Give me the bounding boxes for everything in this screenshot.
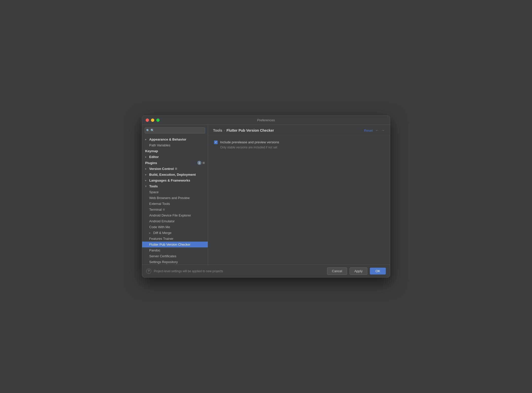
- sidebar-item-label: Android Device File Explorer: [149, 213, 191, 217]
- header-actions: Reset ← →: [364, 128, 385, 132]
- settings-icon: ⊞: [175, 167, 177, 170]
- breadcrumb-current: Flutter Pub Version Checker: [226, 128, 274, 132]
- sidebar-item-label: Plugins: [145, 161, 157, 165]
- sidebar-item-android-device[interactable]: Android Device File Explorer: [142, 212, 208, 218]
- content-header: Tools › Flutter Pub Version Checker Rese…: [208, 125, 390, 135]
- sidebar-item-web-browsers[interactable]: Web Browsers and Preview: [142, 195, 208, 201]
- cancel-button[interactable]: Cancel: [327, 267, 347, 275]
- chevron-icon: ▸: [145, 179, 148, 182]
- sidebar-item-label: Editor: [149, 155, 159, 159]
- sidebar-item-label: Code With Me: [149, 225, 170, 229]
- sidebar-item-plugins[interactable]: Plugins 1 ⊞: [142, 160, 208, 166]
- sidebar-item-external-tools[interactable]: External Tools: [142, 201, 208, 207]
- chevron-icon: ▸: [145, 155, 148, 158]
- sidebar-item-path-variables[interactable]: Path Variables: [142, 142, 208, 148]
- setting-label: Include prerelease and preview versions: [220, 140, 279, 144]
- title-bar: Preferences: [142, 116, 390, 125]
- sidebar-item-tools[interactable]: ▾ Tools: [142, 183, 208, 189]
- setting-hint: Only stable versions are included if not…: [214, 146, 384, 149]
- chevron-down-icon: ▾: [145, 185, 148, 188]
- sidebar-item-label: Server Certificates: [149, 254, 176, 258]
- sidebar-item-diff-merge[interactable]: ▸ Diff & Merge: [142, 230, 208, 236]
- sidebar-item-label: Languages & Frameworks: [149, 179, 190, 182]
- sidebar-item-space[interactable]: Space: [142, 189, 208, 195]
- close-button[interactable]: [146, 119, 149, 122]
- sidebar-item-label: Build, Execution, Deployment: [149, 173, 196, 176]
- sidebar-item-code-with-me[interactable]: Code With Me: [142, 224, 208, 230]
- sidebar-item-label: Keymap: [145, 149, 158, 153]
- settings-icon: ⊞: [202, 161, 205, 165]
- bottom-bar: ? Project-level settings will be applied…: [142, 265, 390, 277]
- sidebar-item-label: External Tools: [149, 202, 170, 206]
- include-prerelease-checkbox[interactable]: [214, 141, 218, 144]
- sidebar-item-flutter-pub[interactable]: Flutter Pub Version Checker: [142, 242, 208, 247]
- sidebar-item-server-certificates[interactable]: Server Certificates: [142, 253, 208, 259]
- preferences-window: Preferences 🔍 ▸ Appearance & Behavior Pa…: [142, 115, 390, 278]
- window-title: Preferences: [257, 118, 275, 122]
- sidebar-item-label: Tools: [149, 184, 158, 188]
- sidebar-item-android-emulator[interactable]: Android Emulator: [142, 218, 208, 224]
- window-controls: [146, 119, 160, 122]
- chevron-icon: ▸: [149, 231, 152, 234]
- reset-button[interactable]: Reset: [364, 129, 373, 132]
- sidebar-item-build[interactable]: ▸ Build, Execution, Deployment: [142, 172, 208, 178]
- sidebar-item-label: Android Emulator: [149, 219, 175, 223]
- nav-back-button[interactable]: ←: [375, 128, 379, 132]
- search-box: 🔍: [142, 125, 208, 135]
- sidebar-item-settings-repository[interactable]: Settings Repository: [142, 259, 208, 265]
- sidebar-item-label: Features Trainer: [149, 237, 173, 241]
- sidebar-item-label: Flutter Pub Version Checker: [149, 243, 191, 246]
- chevron-icon: ▸: [145, 167, 148, 170]
- sidebar-item-label: Terminal: [149, 208, 162, 211]
- sidebar-item-appearance[interactable]: ▸ Appearance & Behavior: [142, 136, 208, 142]
- status-text: Project-level settings will be applied t…: [154, 269, 325, 273]
- settings-icon: ⊞: [163, 208, 165, 211]
- sidebar-item-version-control[interactable]: ▸ Version Control ⊞: [142, 166, 208, 172]
- apply-button[interactable]: Apply: [350, 267, 368, 275]
- plugins-badge: 1: [197, 161, 201, 165]
- nav-forward-button[interactable]: →: [381, 128, 385, 132]
- sidebar-item-label: Path Variables: [149, 143, 170, 147]
- sidebar-item-languages[interactable]: ▸ Languages & Frameworks: [142, 178, 208, 183]
- search-wrapper: 🔍: [145, 127, 205, 133]
- sidebar-item-label: Appearance & Behavior: [149, 137, 186, 141]
- sidebar-item-label: Version Control: [149, 167, 174, 171]
- sidebar-item-label: Web Browsers and Preview: [149, 196, 189, 200]
- breadcrumb-parent[interactable]: Tools: [213, 128, 222, 132]
- sidebar-item-editor[interactable]: ▸ Editor: [142, 154, 208, 160]
- sidebar-item-label: Pandoc: [149, 248, 160, 252]
- search-icon: 🔍: [146, 129, 150, 132]
- sidebar-item-keymap[interactable]: Keymap: [142, 148, 208, 154]
- sidebar-item-terminal[interactable]: Terminal ⊞: [142, 207, 208, 212]
- sidebar-item-label: Settings Repository: [149, 260, 178, 264]
- breadcrumb: Tools › Flutter Pub Version Checker: [213, 128, 364, 132]
- main-layout: 🔍 ▸ Appearance & Behavior Path Variables…: [142, 125, 390, 265]
- minimize-button[interactable]: [151, 119, 154, 122]
- chevron-icon: ▸: [145, 138, 148, 141]
- sidebar-item-features-trainer[interactable]: Features Trainer: [142, 236, 208, 242]
- sidebar-nav: ▸ Appearance & Behavior Path Variables K…: [142, 135, 208, 265]
- maximize-button[interactable]: [156, 119, 160, 122]
- sidebar-item-pandoc[interactable]: Pandoc: [142, 247, 208, 253]
- sidebar: 🔍 ▸ Appearance & Behavior Path Variables…: [142, 125, 208, 265]
- help-button[interactable]: ?: [146, 269, 151, 274]
- content-body: Include prerelease and preview versions …: [208, 135, 390, 265]
- search-input[interactable]: [145, 127, 205, 133]
- ok-button[interactable]: OK: [370, 268, 386, 274]
- content-area: Tools › Flutter Pub Version Checker Rese…: [208, 125, 390, 265]
- breadcrumb-separator: ›: [224, 128, 225, 132]
- sidebar-item-label: Space: [149, 190, 159, 194]
- sidebar-item-label: Diff & Merge: [153, 231, 172, 235]
- chevron-icon: ▸: [145, 173, 148, 176]
- setting-row: Include prerelease and preview versions: [214, 140, 384, 144]
